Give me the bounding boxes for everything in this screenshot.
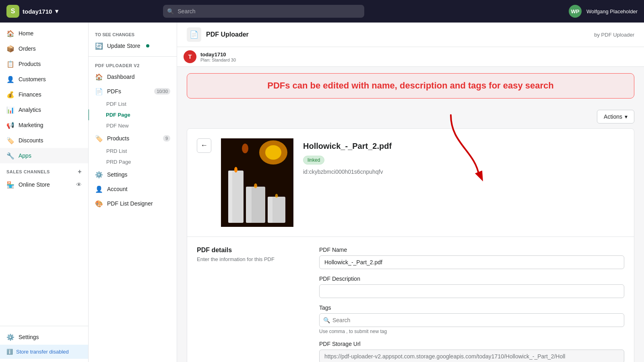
app-sidebar: TO SEE CHANGES 🔄 Update Store PDF UPLOAD… <box>89 23 177 362</box>
linked-badge: linked <box>303 156 324 165</box>
app-nav-account[interactable]: 👤 Account <box>89 182 177 196</box>
pdf-storage-group: PDF Storage Url <box>319 341 624 362</box>
sidebar-item-label: Finances <box>19 91 41 98</box>
actions-dropdown-icon: ▾ <box>625 113 627 120</box>
app-header-by: by PDF Uploader <box>594 32 634 38</box>
svg-rect-7 <box>246 187 252 223</box>
designer-nav-icon: 🎨 <box>95 200 103 208</box>
pdf-info: Hollowick_-_Part_2.pdf linked id:ckybzbm… <box>303 138 624 175</box>
sidebar-item-analytics[interactable]: 📊 Analytics <box>0 102 88 117</box>
sidebar-item-customers[interactable]: 👤 Customers <box>0 72 88 87</box>
sidebar-item-orders[interactable]: 📦 Orders <box>0 41 88 56</box>
back-button[interactable]: ← <box>197 138 211 153</box>
app-nav-pdf-list-designer[interactable]: 🎨 PDF List Designer <box>89 196 177 211</box>
svg-point-3 <box>242 144 248 153</box>
app-header-icon: 📄 <box>187 27 201 42</box>
plan-avatar: T <box>184 50 196 63</box>
plan-name: today1710 <box>200 51 236 58</box>
tag-search-icon: 🔍 <box>323 317 330 323</box>
dashboard-icon: 🏠 <box>95 73 103 81</box>
pdf-form-right: PDF Name PDF Description Tags 🔍 <box>319 247 624 362</box>
pdf-desc-label: PDF Description <box>319 276 624 282</box>
update-dot-indicator <box>146 44 149 47</box>
pdf-details-left: PDF details Enter the information for th… <box>197 247 310 362</box>
sidebar-item-products[interactable]: 📋 Products <box>0 56 88 72</box>
app-nav-prd-list[interactable]: PRD List <box>89 146 177 156</box>
store-name: today1710 <box>23 8 52 15</box>
online-store-eye-icon[interactable]: 👁 <box>76 181 82 188</box>
settings-icon: ⚙️ <box>6 333 14 341</box>
sidebar-item-label: Settings <box>19 334 39 340</box>
pdf-name-label: PDF Name <box>319 247 624 253</box>
info-icon: ℹ️ <box>6 349 13 355</box>
products-nav-icon: 🏷️ <box>95 134 103 142</box>
online-store-icon: 🏪 <box>6 181 14 189</box>
to-see-changes-label: TO SEE CHANGES <box>89 29 177 39</box>
pdf-tags-group: Tags 🔍 Use comma , to submit new tag <box>319 304 624 334</box>
svg-rect-9 <box>268 197 272 223</box>
pdfs-icon: 📄 <box>95 87 103 95</box>
sidebar-item-label: Marketing <box>19 122 43 128</box>
discounts-icon: 🏷️ <box>6 136 14 144</box>
sidebar-item-label: Orders <box>19 45 36 52</box>
sidebar-item-apps[interactable]: 🔧 Apps <box>0 148 88 163</box>
actions-button[interactable]: Actions ▾ <box>597 110 634 123</box>
svg-point-10 <box>234 167 237 173</box>
tags-hint: Use comma , to submit new tag <box>319 329 624 334</box>
sidebar-bottom: ⚙️ Settings ℹ️ Store transfer disabled <box>0 326 88 362</box>
pdf-preview-row: ← <box>187 129 634 237</box>
customers-icon: 👤 <box>6 75 14 83</box>
sidebar-item-label: Customers <box>19 76 46 82</box>
sidebar-item-online-store[interactable]: 🏪 Online Store 👁 <box>0 177 88 192</box>
sidebar-item-marketing[interactable]: 📢 Marketing <box>0 117 88 133</box>
topnav: S today1710 ▾ 🔍 WP Wolfgang Placeholder <box>0 0 644 23</box>
callout-banner: PDFs can be edited with name, descriptio… <box>187 73 634 99</box>
analytics-icon: 📊 <box>6 106 14 114</box>
sidebar-item-home[interactable]: 🏠 Home <box>0 26 88 41</box>
products-badge: 9 <box>163 135 170 142</box>
pdf-detail-card: ← <box>187 128 634 362</box>
pdf-name-input[interactable] <box>319 255 624 269</box>
plan-label: Plan: Standard 30 <box>200 58 236 62</box>
form-section-desc: Enter the information for this PDF <box>197 256 310 262</box>
orders-icon: 📦 <box>6 45 14 53</box>
brand-area[interactable]: S today1710 ▾ <box>6 5 58 18</box>
app-section-label: PDF UPLOADER V2 <box>89 60 177 70</box>
user-name[interactable]: Wolfgang Placeholder <box>586 8 638 14</box>
main-content: 📄 PDF Uploader by PDF Uploader T today17… <box>177 23 644 362</box>
svg-rect-5 <box>228 171 232 223</box>
store-transfer-notice: ℹ️ Store transfer disabled <box>0 345 88 359</box>
actions-bar: Actions ▾ <box>187 105 634 128</box>
pdf-thumbnail <box>221 138 293 227</box>
thumbnail-svg <box>221 138 293 227</box>
pdf-page-content: Actions ▾ ← <box>177 105 644 362</box>
sidebar-item-settings[interactable]: ⚙️ Settings <box>0 329 88 345</box>
pdf-id: id:ckybzbmci000h01s6cnpuhqfv <box>303 169 624 175</box>
search-input[interactable] <box>163 5 364 18</box>
app-nav-pdfs[interactable]: 📄 PDFs 10/30 <box>89 84 177 99</box>
search-icon: 🔍 <box>167 8 174 14</box>
svg-point-11 <box>254 183 257 188</box>
sidebar-item-discounts[interactable]: 🏷️ Discounts <box>0 133 88 148</box>
sidebar-item-label: Discounts <box>19 137 43 144</box>
marketing-icon: 📢 <box>6 121 14 129</box>
app-nav-products[interactable]: 🏷️ Products 9 <box>89 131 177 146</box>
tags-input[interactable] <box>319 313 624 327</box>
app-nav-dashboard[interactable]: 🏠 Dashboard <box>89 70 177 84</box>
app-nav-prd-page[interactable]: PRD Page <box>89 156 177 167</box>
sales-channels-label: SALES CHANNELS + <box>0 163 88 177</box>
apps-icon: 🔧 <box>6 152 14 160</box>
update-store-item[interactable]: 🔄 Update Store <box>89 39 177 53</box>
plan-section: T today1710 Plan: Standard 30 <box>177 47 644 67</box>
app-nav-pdf-page[interactable]: PDF Page <box>89 109 177 120</box>
settings-nav-icon: ⚙️ <box>95 171 103 179</box>
user-avatar[interactable]: WP <box>569 5 582 18</box>
pdf-storage-input <box>319 350 624 362</box>
app-nav-pdf-list[interactable]: PDF List <box>89 99 177 109</box>
sidebar-item-finances[interactable]: 💰 Finances <box>0 87 88 102</box>
app-nav-settings[interactable]: ⚙️ Settings <box>89 167 177 182</box>
app-nav-pdf-new[interactable]: PDF New <box>89 120 177 131</box>
pdf-desc-input[interactable] <box>319 284 624 298</box>
store-dropdown-icon[interactable]: ▾ <box>55 8 58 15</box>
add-sales-channel-icon[interactable]: + <box>78 168 82 175</box>
